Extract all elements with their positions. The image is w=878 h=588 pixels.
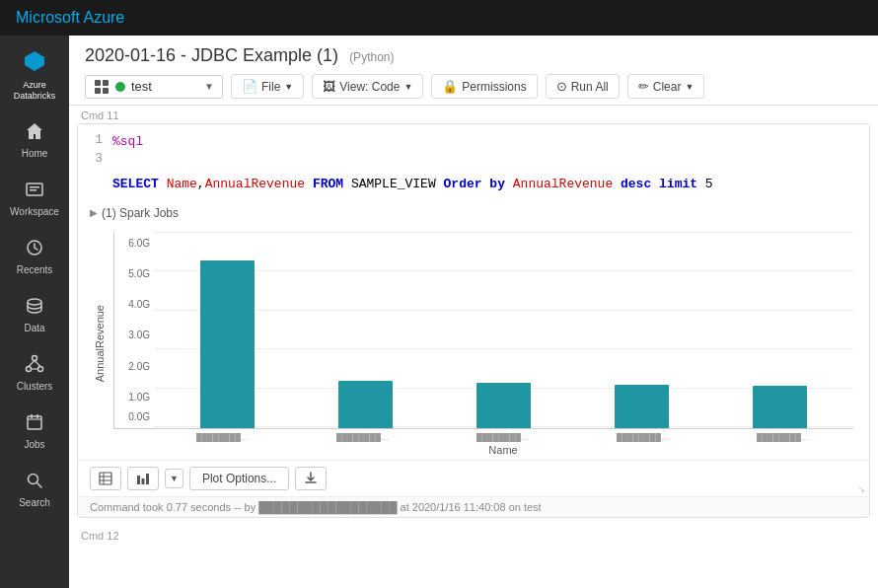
svg-point-7 <box>27 366 32 371</box>
sidebar-item-clusters[interactable]: Clusters <box>0 344 69 403</box>
x-label-4: ████████████ <box>617 433 671 442</box>
file-button[interactable]: 📄 File ▼ <box>231 74 304 99</box>
table-view-button[interactable] <box>90 467 121 490</box>
x-label-2: ████████████ <box>336 433 391 442</box>
bar-3 <box>476 383 531 428</box>
chart-inner: 6.0G 5.0G 4.0G 3.0G 2.0G 1.0G 0.0G <box>113 232 853 456</box>
clear-button[interactable]: ✏ Clear ▼ <box>627 74 705 99</box>
y-axis-label: AnnualRevenue <box>94 305 106 382</box>
bar-1 <box>200 260 255 428</box>
sidebar-label-search: Search <box>19 497 50 509</box>
cluster-icon <box>94 79 110 95</box>
sidebar-item-home[interactable]: Home <box>0 111 69 170</box>
chevron-down-icon: ▼ <box>403 82 412 92</box>
chart-area: AnnualRevenue 6.0G 5.0G 4.0G 3.0G 2.0G <box>78 224 869 460</box>
sidebar-label-jobs: Jobs <box>24 439 44 451</box>
bars-container <box>154 232 853 428</box>
download-icon <box>304 472 318 485</box>
sidebar-item-workspace[interactable]: Workspace <box>0 170 69 228</box>
lang-badge: (Python) <box>349 50 394 64</box>
svg-point-5 <box>28 299 41 305</box>
line-numbers: 1 3 <box>78 132 112 194</box>
chevron-down-icon: ▼ <box>204 81 214 92</box>
search-icon <box>25 471 44 493</box>
bar-chart-button[interactable] <box>127 467 159 490</box>
permissions-button[interactable]: 🔒 Permissions <box>431 74 537 99</box>
bar-5 <box>753 386 807 428</box>
chevron-down-icon: ▼ <box>170 474 179 483</box>
sidebar-label-workspace: Workspace <box>10 206 59 218</box>
data-icon <box>25 296 44 319</box>
x-label-3: ████████████ <box>476 433 531 442</box>
bar-group-3 <box>476 383 531 428</box>
download-button[interactable] <box>295 467 327 490</box>
sidebar-label-databricks: Azure Databricks <box>14 80 56 102</box>
jobs-icon <box>25 412 44 435</box>
main-layout: Azure Databricks Home Workspace Recents … <box>0 36 878 588</box>
sidebar-item-data[interactable]: Data <box>0 286 69 344</box>
sidebar-item-recents[interactable]: Recents <box>0 228 69 286</box>
view-button[interactable]: 🖼 View: Code ▼ <box>312 74 423 99</box>
bar-chart-icon <box>136 472 150 485</box>
y-label: 2.0G <box>128 360 150 371</box>
cluster-name: test <box>131 79 198 94</box>
chart-type-dropdown[interactable]: ▼ <box>165 469 183 488</box>
clusters-icon <box>25 354 44 377</box>
svg-rect-3 <box>30 189 37 191</box>
svg-line-10 <box>35 360 40 366</box>
sidebar-item-azure-databricks[interactable]: Azure Databricks <box>0 39 69 111</box>
cmd-label-1: Cmd 11 <box>69 106 878 123</box>
cluster-selector[interactable]: test ▼ <box>85 75 223 99</box>
databricks-icon <box>23 49 46 76</box>
svg-rect-19 <box>103 80 109 86</box>
y-label: 0.0G <box>128 411 150 422</box>
y-labels: 6.0G 5.0G 4.0G 3.0G 2.0G 1.0G 0.0G <box>114 232 154 428</box>
bar-group-4 <box>615 385 669 428</box>
x-labels: ████████████ ████████████ ████████████ █… <box>113 429 853 442</box>
triangle-right-icon: ▶ <box>90 207 98 218</box>
x-label-5: ████████████ <box>757 433 811 442</box>
chevron-down-icon: ▼ <box>284 82 293 92</box>
svg-rect-18 <box>95 80 101 86</box>
sidebar-label-home: Home <box>22 148 48 160</box>
file-icon: 📄 <box>242 79 257 94</box>
status-bar: Command took 0.77 seconds -- by ████████… <box>78 496 869 517</box>
svg-rect-22 <box>100 473 111 484</box>
svg-point-6 <box>33 355 37 360</box>
svg-rect-2 <box>30 186 39 188</box>
sidebar-item-jobs[interactable]: Jobs <box>0 403 69 461</box>
content-area: 2020-01-16 - JDBC Example (1) (Python) t… <box>69 36 878 588</box>
notebook-title: 2020-01-16 - JDBC Example (1) (Python) <box>85 45 862 66</box>
sidebar-label-clusters: Clusters <box>17 381 53 393</box>
cells-container: Cmd 11 1 3 %sql SELECT Name,AnnualRevenu… <box>69 106 878 588</box>
workspace-icon <box>25 180 44 202</box>
bar-4 <box>615 385 669 428</box>
code-area: 1 3 %sql SELECT Name,AnnualRevenue FROM … <box>78 124 869 202</box>
spark-jobs-row[interactable]: ▶ (1) Spark Jobs <box>78 202 869 224</box>
bar-2 <box>338 381 393 428</box>
svg-line-9 <box>29 360 35 366</box>
y-label: 5.0G <box>128 267 150 278</box>
x-label-1: ████████████ <box>196 433 251 442</box>
svg-rect-21 <box>103 88 109 94</box>
home-icon <box>25 121 44 144</box>
sidebar-label-data: Data <box>24 323 44 334</box>
chart-wrapper: AnnualRevenue 6.0G 5.0G 4.0G 3.0G 2.0G <box>94 232 853 456</box>
svg-line-17 <box>37 482 42 487</box>
cluster-status-dot <box>115 82 125 92</box>
chevron-down-icon: ▼ <box>685 82 694 92</box>
sidebar: Azure Databricks Home Workspace Recents … <box>0 36 69 588</box>
code-lines: %sql SELECT Name,AnnualRevenue FROM SAMP… <box>112 132 869 194</box>
svg-point-8 <box>38 366 43 371</box>
notebook-cell-1[interactable]: 1 3 %sql SELECT Name,AnnualRevenue FROM … <box>77 123 870 518</box>
chart-controls: ▼ Plot Options... ↘ <box>78 460 869 496</box>
lock-icon: 🔒 <box>442 79 458 94</box>
x-axis-label: Name <box>113 444 853 456</box>
run-all-button[interactable]: ⊙ Run All <box>546 74 620 99</box>
sidebar-item-search[interactable]: Search <box>0 461 69 519</box>
plot-options-button[interactable]: Plot Options... <box>189 467 289 490</box>
y-label: 4.0G <box>128 299 150 310</box>
cmd-label-2: Cmd 12 <box>69 526 878 544</box>
resize-handle[interactable]: ↘ <box>857 483 865 494</box>
svg-rect-26 <box>137 476 140 484</box>
